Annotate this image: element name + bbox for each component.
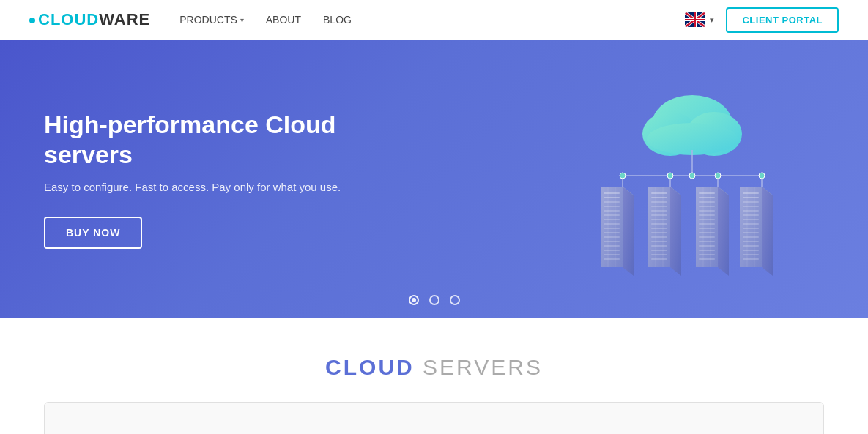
svg-rect-76 (699, 223, 715, 225)
flag-icon (685, 12, 705, 27)
svg-rect-95 (743, 214, 759, 216)
svg-rect-59 (651, 241, 667, 242)
logo-dot (29, 18, 35, 23)
section-title-highlight: CLOUD (325, 355, 415, 379)
svg-rect-42 (604, 258, 620, 260)
navbar-right: ▾ CLIENT PORTAL (685, 7, 839, 33)
logo-text: CLOUDWARE (38, 10, 150, 29)
svg-point-20 (620, 173, 626, 179)
carousel-dot-1[interactable] (409, 295, 419, 305)
svg-rect-58 (651, 236, 667, 238)
svg-rect-93 (743, 206, 759, 207)
svg-rect-32 (604, 214, 620, 216)
svg-rect-77 (699, 228, 715, 229)
svg-rect-74 (699, 214, 715, 216)
navbar-left: CLOUDWARE PRODUCTS ▾ ABOUT BLOG (29, 10, 352, 29)
svg-point-23 (759, 173, 765, 179)
svg-rect-36 (604, 232, 620, 233)
svg-rect-94 (743, 210, 759, 212)
carousel-dot-2[interactable] (429, 295, 439, 305)
svg-rect-34 (604, 223, 620, 225)
hero-section: High-performance Cloud servers Easy to c… (0, 40, 868, 318)
svg-rect-83 (699, 254, 715, 255)
svg-rect-28 (604, 197, 620, 198)
svg-rect-51 (651, 206, 667, 207)
hero-illustration (575, 70, 809, 289)
svg-rect-71 (699, 201, 715, 203)
svg-rect-27 (604, 192, 620, 194)
svg-rect-92 (743, 201, 759, 203)
svg-rect-41 (604, 254, 620, 255)
svg-rect-29 (604, 201, 620, 203)
lang-dropdown-arrow: ▾ (710, 15, 714, 25)
svg-rect-102 (743, 245, 759, 247)
logo[interactable]: CLOUDWARE (29, 10, 150, 29)
svg-rect-48 (651, 192, 667, 194)
svg-marker-47 (670, 187, 681, 276)
svg-point-21 (667, 173, 673, 179)
svg-marker-89 (762, 187, 773, 276)
svg-rect-37 (604, 236, 620, 238)
section-title-normal: SERVERS (415, 355, 543, 379)
svg-marker-26 (623, 187, 634, 276)
svg-point-15 (689, 173, 695, 179)
svg-rect-90 (743, 192, 759, 194)
svg-rect-73 (699, 210, 715, 212)
svg-rect-31 (604, 210, 620, 212)
carousel-dot-3[interactable] (450, 295, 460, 305)
svg-rect-80 (699, 241, 715, 242)
svg-rect-35 (604, 228, 620, 229)
svg-rect-75 (699, 219, 715, 220)
svg-rect-61 (651, 250, 667, 251)
svg-rect-69 (699, 192, 715, 194)
svg-rect-50 (651, 201, 667, 203)
svg-point-22 (715, 173, 721, 179)
svg-rect-101 (743, 241, 759, 242)
svg-rect-60 (651, 245, 667, 247)
hero-subtitle: Easy to configure. Fast to access. Pay o… (44, 181, 366, 193)
svg-rect-63 (651, 258, 667, 260)
svg-rect-33 (604, 219, 620, 220)
svg-rect-54 (651, 219, 667, 220)
svg-rect-81 (699, 245, 715, 247)
svg-rect-82 (699, 250, 715, 251)
client-portal-button[interactable]: CLIENT PORTAL (726, 7, 839, 33)
nav-products[interactable]: PRODUCTS ▾ (179, 14, 244, 26)
nav-links: PRODUCTS ▾ ABOUT BLOG (179, 14, 352, 26)
cloud-servers-section: CLOUD SERVERS (0, 318, 868, 434)
svg-marker-68 (718, 187, 729, 276)
carousel-dots (409, 295, 460, 305)
svg-rect-62 (651, 254, 667, 255)
nav-about[interactable]: ABOUT (266, 14, 301, 26)
products-dropdown-arrow: ▾ (240, 16, 244, 24)
buy-now-button[interactable]: BUY NOW (44, 217, 142, 249)
cards-container (44, 402, 824, 434)
svg-rect-53 (651, 214, 667, 216)
svg-rect-103 (743, 250, 759, 251)
svg-rect-72 (699, 206, 715, 207)
svg-rect-96 (743, 219, 759, 220)
svg-rect-99 (743, 232, 759, 233)
svg-rect-78 (699, 232, 715, 233)
svg-rect-55 (651, 223, 667, 225)
svg-rect-105 (743, 258, 759, 260)
svg-rect-40 (604, 250, 620, 251)
hero-title: High-performance Cloud servers (44, 110, 366, 170)
navbar: CLOUDWARE PRODUCTS ▾ ABOUT BLOG (0, 0, 868, 40)
svg-rect-38 (604, 241, 620, 242)
svg-rect-49 (651, 197, 667, 198)
cloud-servers-svg (575, 70, 809, 289)
svg-rect-79 (699, 236, 715, 238)
svg-rect-104 (743, 254, 759, 255)
svg-rect-84 (699, 258, 715, 260)
language-selector[interactable]: ▾ (685, 12, 714, 27)
svg-rect-52 (651, 210, 667, 212)
svg-rect-98 (743, 228, 759, 229)
svg-rect-100 (743, 236, 759, 238)
section-title: CLOUD SERVERS (29, 355, 839, 380)
hero-content: High-performance Cloud servers Easy to c… (0, 110, 366, 250)
svg-rect-57 (651, 232, 667, 233)
svg-rect-56 (651, 228, 667, 229)
nav-blog[interactable]: BLOG (323, 14, 352, 26)
svg-rect-97 (743, 223, 759, 225)
